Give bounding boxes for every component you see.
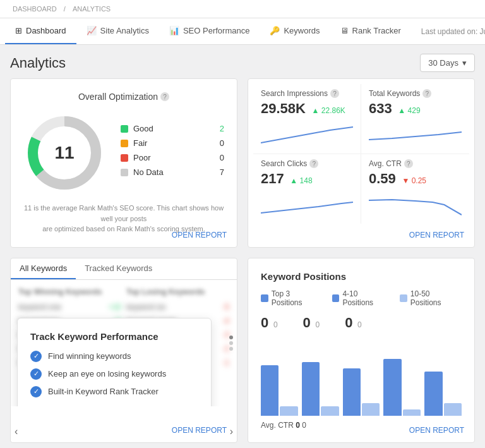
4-10-dot	[332, 294, 340, 302]
clicks-info-icon[interactable]: ?	[309, 159, 318, 168]
prev-button[interactable]: ‹	[15, 426, 18, 437]
bar-group-4	[383, 359, 421, 416]
good-dot	[121, 125, 128, 133]
breadcrumb: DASHBOARD / ANALYTICS	[0, 0, 485, 18]
breadcrumb-separator: /	[64, 5, 66, 13]
bar-group-2	[302, 362, 339, 416]
popup-item-2: Keep an eye on losing keywords	[30, 368, 198, 380]
10-50-dot	[400, 294, 407, 302]
bar-group-1	[261, 365, 298, 416]
keywords-info-icon[interactable]: ?	[422, 89, 431, 98]
kw-row-1: keyword one+10	[18, 300, 121, 314]
bar-chart	[261, 340, 462, 416]
breadcrumb-root[interactable]: DASHBOARD	[13, 5, 57, 13]
ctr-chart	[369, 191, 462, 216]
legend-item-good: Good 2	[121, 124, 224, 133]
keywords-tab-bar: All Keywords Tracked Keywords	[11, 258, 237, 280]
kw-tab-tracked[interactable]: Tracked Keywords	[76, 258, 161, 279]
tab-bar: ⊞ Dashboard 📈 Site Analytics 📊 SEO Perfo…	[0, 18, 485, 45]
donut-center-value: 11	[54, 143, 74, 163]
next-button[interactable]: ›	[230, 426, 233, 437]
bar-dark-2	[302, 362, 320, 416]
legend-item-poor: Poor 0	[121, 153, 224, 162]
nodata-dot	[121, 169, 128, 176]
seo-icon: 📊	[169, 26, 179, 35]
tab-dashboard[interactable]: ⊞ Dashboard	[5, 18, 76, 44]
bar-dark-4	[383, 359, 401, 416]
bar-dark-5	[424, 372, 442, 416]
chevron-down-icon: ▾	[462, 58, 467, 68]
bar-light-4	[403, 409, 421, 416]
keywords-content: Top Winning Keywords keyword one+10 keyw…	[11, 280, 237, 406]
keyword-positions-legend: Top 3 Positions 4-10 Positions 10-50 Pos…	[261, 289, 462, 307]
chart-icon: 📈	[87, 26, 97, 35]
keywords-icon: 🔑	[270, 26, 280, 35]
bar-group-3	[343, 368, 380, 416]
bar-light-5	[444, 403, 462, 416]
keywords-chart	[369, 121, 462, 146]
main-content: Overall Optimization ? 11	[0, 78, 485, 448]
rank-icon: 🖥	[340, 26, 349, 35]
legend-10-50: 10-50 Positions	[400, 289, 462, 307]
scroll-dot-3	[229, 347, 233, 351]
poor-dot	[121, 154, 128, 162]
bar-dark-1	[261, 365, 278, 416]
track-keyword-popup: Track Keyword Performance Find winning k…	[17, 318, 212, 406]
kw-row-l1: keyword six-5	[126, 300, 229, 314]
page-title: Analytics	[10, 55, 66, 71]
keyword-positions-stats: 0 0 0 0 0 0	[261, 315, 462, 331]
optimization-open-report[interactable]: OPEN REPORT	[172, 231, 227, 239]
kp-stat-1: 0 0	[303, 315, 320, 331]
keyword-positions-card: Keyword Positions Top 3 Positions 4-10 P…	[248, 258, 475, 443]
tab-keywords[interactable]: 🔑 Keywords	[260, 18, 330, 44]
stat-search-impressions: Search Impressions ? 29.58K ▲ 22.86K	[253, 84, 361, 154]
kw-tab-all[interactable]: All Keywords	[11, 258, 76, 279]
check-icon-2	[30, 368, 42, 380]
optimization-info-icon[interactable]: ?	[160, 92, 169, 101]
bar-light-1	[280, 406, 297, 416]
page-header: Analytics 30 Days ▾	[0, 45, 485, 78]
impressions-chart	[261, 121, 353, 146]
dashboard-icon: ⊞	[15, 26, 22, 35]
breadcrumb-current: ANALYTICS	[73, 5, 111, 13]
popup-item-3: Built-in Keyword Rank Tracker	[30, 386, 198, 397]
stat-search-clicks: Search Clicks ? 217 ▲ 148	[253, 154, 361, 224]
bar-dark-3	[343, 368, 361, 416]
check-icon-3	[30, 386, 42, 397]
bar-light-3	[362, 403, 380, 416]
bar-light-2	[321, 406, 338, 416]
legend-top3: Top 3 Positions	[261, 289, 322, 307]
scroll-dot-1	[229, 336, 233, 339]
ctr-info-icon[interactable]: ?	[404, 159, 413, 168]
bar-group-5	[424, 372, 462, 416]
optimization-body: 11 Good 2 Fair 0	[23, 112, 224, 194]
stats-open-report[interactable]: OPEN REPORT	[409, 231, 464, 239]
tab-rank-tracker[interactable]: 🖥 Rank Tracker	[330, 18, 411, 44]
days-selector[interactable]: 30 Days ▾	[420, 54, 475, 72]
keywords-card: All Keywords Tracked Keywords Top Winnin…	[10, 258, 237, 443]
scroll-indicator	[229, 336, 233, 351]
check-icon-1	[30, 351, 42, 362]
tab-seo-performance[interactable]: 📊 SEO Performance	[159, 18, 260, 44]
legend-item-fair: Fair 0	[121, 138, 224, 148]
legend-4-10: 4-10 Positions	[332, 289, 390, 307]
top3-dot	[261, 294, 268, 302]
stat-total-keywords: Total Keywords ? 633 ▲ 429	[361, 84, 469, 154]
clicks-chart	[261, 191, 353, 216]
tab-site-analytics[interactable]: 📈 Site Analytics	[76, 18, 159, 44]
last-updated: Last updated on: June 4, 2021	[411, 27, 485, 36]
popup-item-1: Find winning keywords	[30, 351, 198, 362]
keywords-open-report[interactable]: OPEN REPORT	[172, 426, 227, 435]
legend-item-nodata: No Data 7	[121, 167, 224, 177]
scroll-dot-2	[229, 341, 233, 345]
popup-title: Track Keyword Performance	[30, 331, 198, 342]
optimization-card: Overall Optimization ? 11	[10, 78, 237, 248]
optimization-note: 11 is the average Rank Math's SEO score.…	[23, 203, 224, 234]
search-stats-card: Search Impressions ? 29.58K ▲ 22.86K Tot…	[248, 78, 475, 248]
fair-dot	[121, 140, 128, 147]
donut-chart: 11	[23, 112, 105, 194]
keyword-positions-title: Keyword Positions	[261, 271, 462, 282]
positions-open-report[interactable]: OPEN REPORT	[409, 426, 464, 435]
stat-avg-ctr: Avg. CTR ? 0.59 ▼ 0.25	[361, 154, 469, 224]
impressions-info-icon[interactable]: ?	[330, 89, 339, 98]
